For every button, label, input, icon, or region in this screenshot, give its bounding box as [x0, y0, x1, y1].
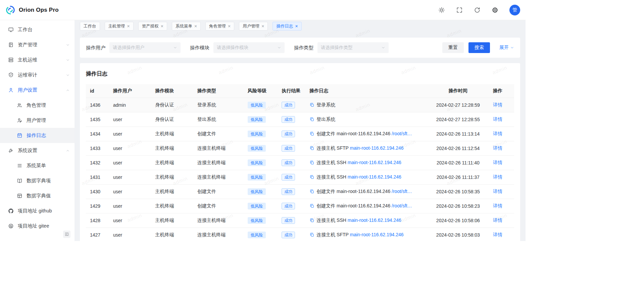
tab-operation-log[interactable]: 操作日志: [273, 22, 301, 31]
tab-host-management[interactable]: 主机管理: [105, 22, 134, 31]
expand-toggle[interactable]: 展开: [499, 45, 514, 51]
cell-module: 主机终端: [152, 170, 195, 185]
tab-workbench[interactable]: 工作台: [80, 22, 100, 31]
tab-user-management[interactable]: 用户管理: [239, 22, 268, 31]
cell-time: 2024-02-27 12:28:59: [426, 98, 490, 112]
sidebar-item-dict-value[interactable]: 数据字典值: [0, 188, 75, 203]
settings-gear-icon[interactable]: [492, 7, 498, 13]
copy-icon[interactable]: [309, 218, 314, 223]
sidebar-item-workbench[interactable]: 工作台: [0, 22, 75, 37]
log-link[interactable]: /root/sft…: [392, 203, 412, 208]
sidebar-item-system-settings[interactable]: 系统设置: [0, 143, 75, 158]
page-title: 操作日志: [86, 70, 514, 78]
detail-link[interactable]: 详情: [493, 116, 502, 122]
sidebar-item-github-link[interactable]: 项目地址 github: [0, 203, 75, 218]
log-link[interactable]: /root/sft…: [392, 131, 412, 136]
sidebar-item-user-settings[interactable]: 用户设置: [0, 83, 75, 98]
chevron-down-icon: [381, 46, 385, 50]
search-button[interactable]: 搜索: [468, 42, 490, 53]
sidebar-item-asset-management[interactable]: 资产管理: [0, 37, 75, 52]
tab-close-icon[interactable]: [261, 24, 264, 29]
wrench-icon: [8, 148, 14, 153]
log-link[interactable]: main-root-116.62.194.246: [350, 145, 404, 151]
cell-user: user: [110, 141, 153, 156]
filter-group-user: 操作用户 请选择操作用户: [86, 42, 181, 53]
copy-icon[interactable]: [309, 117, 314, 122]
refresh-icon[interactable]: [474, 7, 481, 13]
table-row: 1428 user 主机终端 连接主机终端 低风险 成功 连接主机 SSH ma…: [86, 213, 514, 228]
tab-close-icon[interactable]: [228, 24, 231, 29]
sidebar-item-ops-audit[interactable]: 运维审计: [0, 67, 75, 83]
copy-icon[interactable]: [309, 189, 314, 194]
risk-badge: 低风险: [248, 232, 266, 238]
fullscreen-icon[interactable]: [456, 7, 463, 13]
detail-link[interactable]: 详情: [493, 160, 502, 165]
result-badge: 成功: [282, 232, 295, 238]
tab-label: 用户管理: [243, 23, 259, 29]
cell-action: 详情: [490, 141, 514, 156]
detail-link[interactable]: 详情: [493, 145, 502, 151]
menu-fold-icon: [64, 232, 69, 237]
detail-link[interactable]: 详情: [493, 102, 502, 107]
tab-asset-authorization[interactable]: 资产授权: [138, 22, 167, 31]
cell-risk: 低风险: [245, 141, 279, 156]
cell-result: 成功: [279, 112, 307, 127]
log-link[interactable]: main-root-116.62.194.246: [348, 174, 401, 180]
copy-icon[interactable]: [309, 102, 314, 107]
theme-sun-icon[interactable]: [438, 7, 445, 13]
risk-badge: 低风险: [248, 102, 266, 108]
copy-icon[interactable]: [309, 146, 314, 151]
tab-close-icon[interactable]: [194, 24, 197, 29]
avatar[interactable]: 管: [509, 5, 520, 15]
log-link[interactable]: main-root-116.62.194.246: [350, 232, 404, 237]
cell-id: 1436: [86, 98, 110, 112]
detail-link[interactable]: 详情: [493, 203, 502, 208]
log-link[interactable]: /root/sft…: [392, 189, 412, 194]
tab-close-icon[interactable]: [295, 24, 298, 29]
tab-close-icon[interactable]: [161, 24, 163, 29]
detail-link[interactable]: 详情: [493, 189, 502, 194]
cell-module: 主机终端: [152, 213, 195, 228]
filter-select-user[interactable]: 请选择操作用户: [109, 42, 181, 53]
sidebar-item-host-ops[interactable]: 主机运维: [0, 52, 75, 67]
copy-icon[interactable]: [309, 131, 314, 136]
sidebar-item-label: 资产管理: [18, 42, 37, 48]
copy-icon[interactable]: [309, 232, 314, 237]
filter-select-type[interactable]: 请选择操作类型: [317, 42, 389, 53]
col-risk: 风险等级: [245, 84, 279, 98]
cell-time: 2024-02-26 10:58:23: [426, 199, 490, 213]
sidebar-item-operation-log[interactable]: 操作日志: [0, 128, 75, 143]
log-link[interactable]: main-root-116.62.194.246: [348, 217, 401, 223]
log-calendar-icon: [17, 133, 22, 138]
sidebar-item-dict-item[interactable]: 数据字典项: [0, 173, 75, 188]
log-text: 创建文件 main-root-116.62.194.246: [316, 131, 392, 136]
tab-close-icon[interactable]: [127, 24, 130, 29]
risk-badge: 低风险: [248, 131, 266, 137]
sidebar-item-label: 项目地址 gitee: [18, 223, 49, 229]
sidebar-item-label: 项目地址 github: [18, 208, 52, 214]
sidebar-item-label: 数据字典值: [27, 193, 51, 199]
reset-button[interactable]: 重置: [442, 42, 464, 53]
app-header: Orion Ops Pro 管: [0, 0, 526, 20]
detail-link[interactable]: 详情: [493, 217, 502, 223]
sidebar-item-user-management[interactable]: 用户管理: [0, 113, 75, 128]
detail-link[interactable]: 详情: [493, 131, 502, 136]
copy-icon[interactable]: [309, 160, 314, 165]
sidebar-collapse-button[interactable]: [63, 231, 70, 238]
cell-time: 2024-02-26 11:13:14: [426, 127, 490, 141]
select-placeholder: 请选择操作模块: [217, 45, 275, 51]
detail-link[interactable]: 详情: [493, 232, 502, 237]
tab-system-menu[interactable]: 系统菜单: [172, 22, 201, 31]
tab-role-management[interactable]: 角色管理: [205, 22, 234, 31]
cell-time: 2024-02-27 12:28:55: [426, 112, 490, 127]
copy-icon[interactable]: [309, 203, 314, 208]
sidebar-item-system-menu[interactable]: 系统菜单: [0, 158, 75, 173]
sidebar-item-label: 运维审计: [18, 72, 37, 78]
filter-select-module[interactable]: 请选择操作模块: [213, 42, 285, 53]
col-user: 操作用户: [110, 84, 153, 98]
chevron-down-icon: [510, 46, 514, 50]
detail-link[interactable]: 详情: [493, 174, 502, 180]
sidebar-item-role-management[interactable]: 角色管理: [0, 98, 75, 113]
log-link[interactable]: main-root-116.62.194.246: [348, 160, 401, 165]
copy-icon[interactable]: [309, 175, 314, 180]
